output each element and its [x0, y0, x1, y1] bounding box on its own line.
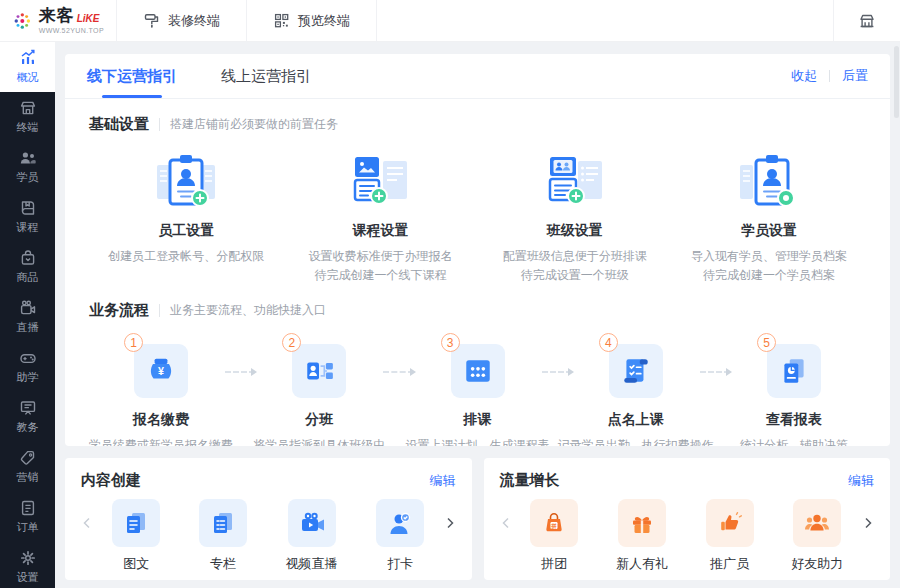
flow-connector-arrow [225, 371, 255, 373]
step-desc: 记录学员出勤，执行扣费操作 [548, 436, 724, 446]
goods-bag-icon [19, 249, 37, 267]
postpone-link[interactable]: 后置 [842, 67, 868, 85]
sidebar-item-overview[interactable]: 概况 [0, 42, 55, 92]
settings-gear-icon [19, 549, 37, 567]
carousel-prev-button[interactable] [81, 499, 93, 530]
traffic-growth-card: 流量增长 编辑 [484, 458, 891, 580]
flow-step-rollcall[interactable]: 4 [572, 344, 700, 446]
carousel-prev-button[interactable] [500, 499, 512, 530]
shop-home-icon [858, 12, 876, 30]
growth-item-newcomer-gift[interactable]: 新人有礼 [616, 499, 668, 573]
content-item-checkin[interactable]: 打卡 [376, 499, 424, 573]
marketing-tag-icon [19, 449, 37, 467]
app-window: 来客 LiKE WWW.52YUN.TOP 装修终端 [0, 0, 900, 588]
card-title: 内容创建 [81, 471, 141, 490]
sidebar-item-goods[interactable]: 商品 [0, 242, 55, 292]
sidebar-item-academic[interactable]: 教务 [0, 392, 55, 442]
sidebar-item-terminal[interactable]: 终端 [0, 92, 55, 142]
preview-terminal-label: 预览终端 [298, 12, 350, 30]
sidebar: 概况 终端 学员 [0, 42, 55, 588]
step-desc: 设置上课计划，生成课程表 [390, 436, 566, 446]
report-chart-icon [778, 355, 810, 387]
setup-item-course[interactable]: 课程设置 设置收费标准便于办理报名 待完成创建一个线下课程 [283, 152, 477, 285]
sidebar-label: 商品 [17, 270, 39, 285]
divider [829, 70, 830, 82]
group-buy-icon: 拼 [540, 509, 568, 537]
storefront-icon [19, 99, 37, 117]
chevron-right-icon [444, 516, 456, 530]
overview-chart-icon [19, 49, 37, 67]
content-item-video-live[interactable]: 视频直播 [286, 499, 338, 573]
brand-tagline: WWW.52YUN.TOP [39, 27, 104, 34]
step-title: 报名缴费 [97, 411, 225, 429]
setup-item-title: 学员设置 [672, 222, 866, 240]
setup-item-title: 课程设置 [283, 222, 477, 240]
setup-item-desc2: 待完成创建一个学员档案 [672, 266, 866, 285]
growth-edit-link[interactable]: 编辑 [848, 472, 874, 490]
sidebar-label: 直播 [17, 320, 39, 335]
students-icon [19, 149, 37, 167]
sidebar-label: 课程 [17, 220, 39, 235]
sidebar-item-marketing[interactable]: 营销 [0, 442, 55, 492]
topbar: 来客 LiKE WWW.52YUN.TOP 装修终端 [0, 0, 900, 42]
sidebar-item-settings[interactable]: 设置 [0, 542, 55, 588]
flow-step-report[interactable]: 5 查看报表 [730, 344, 858, 446]
flow-step-assign-class[interactable]: 2 分班 [255, 344, 383, 446]
setup-item-desc: 创建员工登录帐号、分配权限 [89, 247, 283, 266]
sidebar-item-orders[interactable]: 订单 [0, 492, 55, 542]
decorate-terminal-label: 装修终端 [168, 12, 220, 30]
svg-text:拼: 拼 [551, 523, 558, 529]
section-subtitle: 业务主要流程、功能快捷入口 [170, 302, 326, 319]
class-cards-icon [544, 153, 606, 209]
growth-item-group-buy[interactable]: 拼 拼团 [530, 499, 578, 573]
tab-label: 线上运营指引 [221, 67, 311, 86]
growth-item-promoter[interactable]: 推广员 [706, 499, 754, 573]
shop-home-button[interactable] [834, 0, 900, 41]
teaching-board-icon [19, 399, 37, 417]
basic-settings-section: 基础设置 搭建店铺前必须要做的前置任务 [65, 99, 890, 285]
setup-item-student[interactable]: 学员设置 导入现有学员、管理学员档案 待完成创建一个学员档案 [672, 152, 866, 285]
brand-name: 来客 [39, 7, 75, 24]
growth-item-friends-boost[interactable]: 好友助力 [791, 499, 843, 573]
preview-terminal-button[interactable]: 预览终端 [247, 0, 376, 41]
setup-item-class[interactable]: 班级设置 配置班级信息便于分班排课 待完成设置一个班级 [478, 152, 672, 285]
tile-label: 新人有礼 [616, 555, 668, 573]
tab-offline-guide[interactable]: 线下运营指引 [87, 54, 177, 98]
tile-label: 视频直播 [286, 555, 338, 573]
sidebar-item-courses[interactable]: 课程 [0, 192, 55, 242]
checkin-icon [386, 509, 414, 537]
sidebar-label: 学员 [17, 170, 39, 185]
sidebar-label: 概况 [17, 70, 39, 85]
chevron-left-icon [500, 516, 512, 530]
content-item-column[interactable]: 专栏 [199, 499, 247, 573]
brand-logo: 来客 LiKE WWW.52YUN.TOP [0, 6, 116, 36]
scrollbar-thumb[interactable] [894, 46, 899, 118]
decorate-terminal-button[interactable]: 装修终端 [117, 0, 246, 41]
sidebar-item-live[interactable]: 直播 [0, 292, 55, 342]
flow-step-enroll-pay[interactable]: 1 ¥ 报名缴费 学员续费或新学员报名缴费 [97, 344, 225, 446]
rollcall-scroll-icon [620, 355, 652, 387]
sidebar-item-students[interactable]: 学员 [0, 142, 55, 192]
money-bag-icon: ¥ [145, 355, 177, 387]
tab-online-guide[interactable]: 线上运营指引 [221, 54, 311, 98]
section-subtitle: 搭建店铺前必须要做的前置任务 [170, 116, 338, 133]
course-book-icon [19, 199, 37, 217]
divider [159, 304, 160, 317]
collapse-link[interactable]: 收起 [791, 67, 817, 85]
setup-item-staff[interactable]: 员工设置 创建员工登录帐号、分配权限 [89, 152, 283, 285]
flow-step-schedule[interactable]: 3 排课 设置上课计划，生成课程表 [414, 344, 542, 446]
gamepad-icon [19, 349, 37, 367]
schedule-calendar-icon [462, 355, 494, 387]
content-item-article[interactable]: 图文 [112, 499, 160, 573]
section-title: 业务流程 [89, 301, 149, 320]
sidebar-item-study-aid[interactable]: 助学 [0, 342, 55, 392]
carousel-next-button[interactable] [862, 499, 874, 530]
tile-label: 图文 [112, 555, 160, 573]
step-title: 点名上课 [572, 411, 700, 429]
sidebar-label: 教务 [17, 420, 39, 435]
content-edit-link[interactable]: 编辑 [430, 472, 456, 490]
paint-roller-icon [143, 12, 160, 29]
setup-item-desc2: 待完成设置一个班级 [478, 266, 672, 285]
setup-item-title: 员工设置 [89, 222, 283, 240]
carousel-next-button[interactable] [444, 499, 456, 530]
